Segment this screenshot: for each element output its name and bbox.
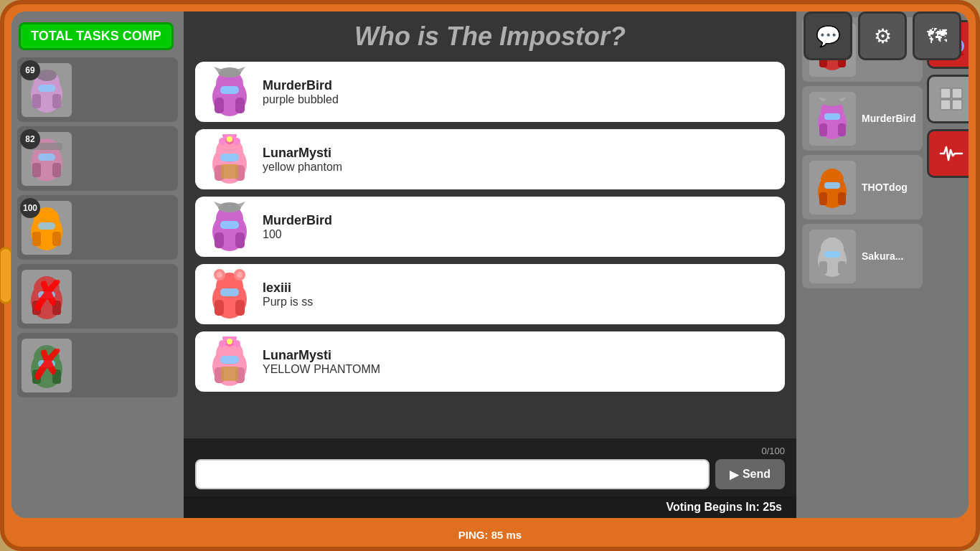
chat-icon: 💬	[816, 24, 841, 48]
avatar: ✗	[22, 339, 72, 392]
chat-player-name: LunarMysti	[263, 348, 380, 363]
player-name-label: Sakura...	[862, 250, 903, 262]
avatar	[809, 230, 856, 283]
svg-rect-46	[221, 164, 238, 179]
chat-player-name: MurderBird	[263, 78, 339, 93]
chat-message-body: yellow phantom	[263, 161, 342, 174]
chat-player-name: LunarMysti	[263, 146, 342, 161]
map-icon-button[interactable]: 🗺	[913, 11, 961, 60]
svg-rect-3	[52, 94, 61, 108]
avatar	[809, 161, 856, 215]
char-count: 0/100	[195, 446, 785, 456]
svg-rect-85	[824, 113, 840, 120]
chat-text-block: LunarMysti YELLOW PHANTOMM	[263, 348, 380, 376]
chat-input[interactable]	[195, 459, 710, 489]
chat-message-body: YELLOW PHANTOMM	[263, 363, 380, 376]
map-icon: 🗺	[927, 24, 947, 48]
avatar	[809, 92, 856, 146]
dead-marker: ✗	[22, 339, 72, 392]
player-name-label: MurderBird	[862, 113, 915, 124]
chat-text-block: MurderBird 100	[263, 213, 332, 241]
svg-point-52	[218, 202, 241, 212]
svg-rect-14	[32, 232, 41, 246]
svg-rect-98	[824, 251, 840, 258]
chat-player-name: MurderBird	[263, 213, 332, 228]
svg-rect-83	[819, 123, 827, 136]
svg-rect-15	[52, 232, 61, 246]
ping-bar: PING: 85 ms	[4, 529, 976, 541]
svg-rect-10	[38, 154, 55, 161]
svg-rect-84	[838, 123, 846, 136]
svg-rect-50	[235, 232, 245, 248]
chat-text-block: MurderBird purple bubbled	[263, 78, 339, 106]
svg-rect-8	[32, 163, 41, 177]
dead-marker: ✗	[22, 270, 72, 324]
list-item: 100	[17, 195, 178, 260]
chat-message-body: 100	[263, 228, 332, 241]
svg-rect-57	[215, 300, 224, 316]
svg-point-62	[217, 272, 222, 278]
avatar	[207, 204, 253, 250]
chat-text-block: LunarMysti yellow phantom	[263, 146, 342, 174]
top-right-buttons: 💬 ⚙ 🗺	[804, 11, 961, 60]
level-badge: 82	[20, 129, 40, 149]
chat-input-row: ▶ Send	[195, 459, 785, 489]
svg-point-32	[218, 67, 241, 77]
list-item: ✗	[17, 333, 178, 397]
svg-rect-93	[824, 182, 840, 189]
svg-rect-92	[838, 192, 846, 205]
send-button[interactable]: ▶ Send	[715, 459, 785, 489]
vitals-button[interactable]	[927, 129, 969, 178]
svg-rect-75	[221, 367, 238, 381]
svg-rect-51	[220, 221, 239, 229]
tasks-button[interactable]	[927, 75, 969, 123]
settings-icon-button[interactable]: ⚙	[858, 11, 907, 60]
svg-rect-110	[952, 100, 962, 110]
table-row: LunarMysti yellow phantom	[195, 129, 785, 189]
right-sidebar: Dora	[796, 11, 969, 518]
svg-rect-96	[819, 261, 827, 274]
svg-point-63	[237, 272, 242, 278]
left-sidebar: 📊 69 82	[11, 11, 184, 518]
voting-timer: Voting Begins In: 25s	[184, 496, 796, 518]
level-badge: 69	[20, 60, 40, 80]
main-content: 📊 69 82	[11, 11, 969, 518]
table-row: MurderBird 100	[195, 197, 785, 257]
svg-rect-16	[38, 222, 55, 230]
list-item: 82	[17, 126, 178, 191]
list-item: ✗	[17, 264, 178, 329]
chat-icon-button[interactable]: 💬	[804, 11, 852, 60]
svg-rect-91	[819, 192, 827, 205]
avatar	[207, 136, 253, 182]
svg-point-45	[227, 136, 232, 142]
list-item: THOTdog	[802, 155, 923, 220]
svg-point-74	[227, 339, 232, 344]
player-name-label: THOTdog	[862, 182, 908, 193]
list-item: MurderBird	[802, 86, 923, 151]
total-tasks-badge: TOTAL TASKS COMP	[19, 22, 174, 50]
table-row: LunarMysti YELLOW PHANTOMM	[195, 331, 785, 392]
svg-rect-39	[220, 154, 239, 161]
top-bar: TOTAL TASKS COMP 💬 ⚙ 🗺	[4, 11, 976, 60]
chat-messages: MurderBird purple bubbled	[184, 56, 796, 438]
level-badge: 100	[20, 198, 40, 218]
avatar	[207, 339, 253, 385]
table-row: lexiii Purp is ss	[195, 264, 785, 324]
avatar: ✗	[22, 270, 72, 324]
avatar	[207, 69, 253, 115]
svg-rect-109	[941, 100, 951, 110]
settings-icon: ⚙	[874, 24, 892, 48]
svg-rect-58	[235, 300, 245, 316]
tablet-frame: TOTAL TASKS COMP 💬 ⚙ 🗺 📊 69	[0, 0, 980, 551]
svg-rect-59	[220, 288, 239, 296]
svg-rect-31	[220, 86, 239, 94]
chat-text-block: lexiii Purp is ss	[263, 281, 313, 309]
svg-rect-9	[52, 163, 61, 177]
svg-rect-2	[32, 94, 41, 108]
avatar	[207, 271, 253, 317]
chat-panel: Who is The Impostor?	[184, 11, 796, 518]
chat-message-body: purple bubbled	[263, 93, 339, 106]
svg-rect-97	[838, 261, 846, 274]
chat-player-name: lexiii	[263, 281, 313, 296]
svg-rect-108	[952, 88, 962, 98]
